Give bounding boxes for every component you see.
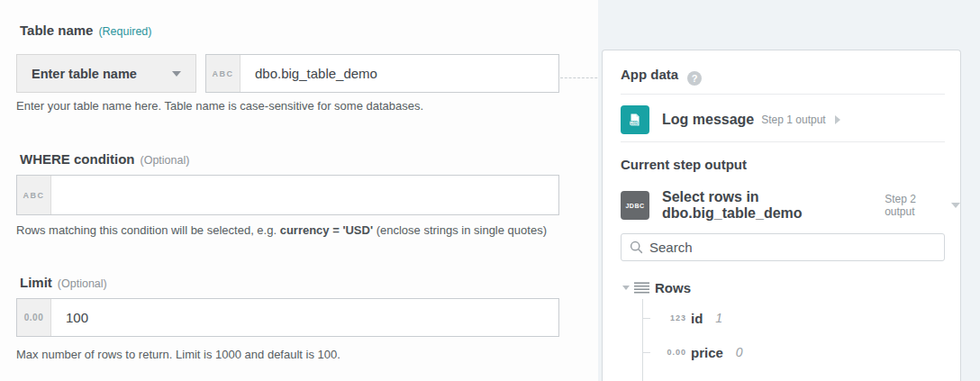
help-text-example: currency = 'USD' [280,223,373,237]
tree-branch-tick [642,318,650,319]
chevron-down-icon [172,71,181,77]
text-type-tag: ABC [17,176,51,214]
table-name-dropdown-label: Enter table name [32,67,172,81]
tree-node-label: Rows [655,280,691,295]
limit-help-text: Max number of rows to return. Limit is 1… [16,348,340,361]
previous-step-meta: Step 1 output [761,113,825,126]
previous-step-row[interactable]: LOG Log message Step 1 output [621,105,840,134]
field-sample-value: 1 [715,311,722,325]
divider [621,94,945,95]
help-text-post: (enclose strings in single quotes) [373,223,547,237]
chevron-down-icon[interactable] [951,203,960,208]
jdbc-icon-text: JDBC [625,203,644,209]
help-icon[interactable]: ? [687,71,702,86]
table-name-label-text: Table name [20,23,93,38]
field-sample-value: 0 [736,345,743,359]
log-document-icon: LOG [627,112,643,128]
app-data-heading: App data? [621,67,702,86]
log-icon-text: LOG [631,122,637,125]
tree-branch-tick [642,352,650,353]
current-step-title: Select rows in dbo.big_table_demo [662,189,877,222]
where-condition-label: WHERE condition(Optional) [20,151,189,167]
tree-node-rows[interactable]: Rows [603,276,960,299]
number-type-tag: 0.00 [17,299,51,336]
tree-node-id[interactable]: 123 id 1 [603,306,960,330]
search-icon [630,240,643,254]
help-text-pre: Rows matching this condition will be sel… [16,223,280,237]
app-data-title: App data [621,67,678,82]
where-condition-label-text: WHERE condition [20,151,135,167]
decimal-type-tag: 0.00 [657,348,686,357]
where-condition-input[interactable] [51,176,558,214]
field-name: id [691,311,703,326]
jdbc-app-icon: JDBC [621,191,649,220]
table-name-dropdown[interactable]: Enter table name [16,54,196,93]
limit-input[interactable] [51,299,558,336]
search-input[interactable] [649,240,936,255]
step-configuration-screen: Table name(Required) Enter table name AB… [0,0,980,381]
limit-label: Limit(Optional) [20,275,107,290]
table-name-input[interactable] [240,55,558,92]
log-app-icon: LOG [621,105,649,134]
table-name-label: Table name(Required) [20,23,151,38]
output-search-box [621,233,945,261]
chevron-right-icon[interactable] [835,115,840,124]
current-step-output-heading: Current step output [621,157,747,172]
field-name: price [691,345,723,360]
limit-label-text: Limit [20,275,52,290]
where-condition-help-text: Rows matching this condition will be sel… [16,223,547,237]
optional-badge: (Optional) [58,277,107,290]
previous-step-title: Log message [662,112,754,128]
app-data-panel: App data? LOG Log message Step 1 output … [602,50,961,381]
limit-input-group: 0.00 [16,298,559,337]
current-step-meta: Step 2 output [885,193,942,218]
table-rows-icon [634,282,649,294]
field-mapping-connector [560,77,602,78]
optional-badge: (Optional) [141,154,190,167]
where-condition-input-group: ABC [16,175,559,215]
current-step-row[interactable]: JDBC Select rows in dbo.big_table_demo S… [621,191,960,220]
integer-type-tag: 123 [657,313,686,322]
tree-collapse-icon[interactable] [622,286,630,290]
tree-node-price[interactable]: 0.00 price 0 [603,340,960,364]
required-badge: (Required) [98,25,151,38]
table-name-help-text: Enter your table name here. Table name i… [16,99,423,113]
divider [621,141,945,142]
text-type-tag: ABC [206,55,240,92]
table-name-input-group: ABC [205,54,559,93]
